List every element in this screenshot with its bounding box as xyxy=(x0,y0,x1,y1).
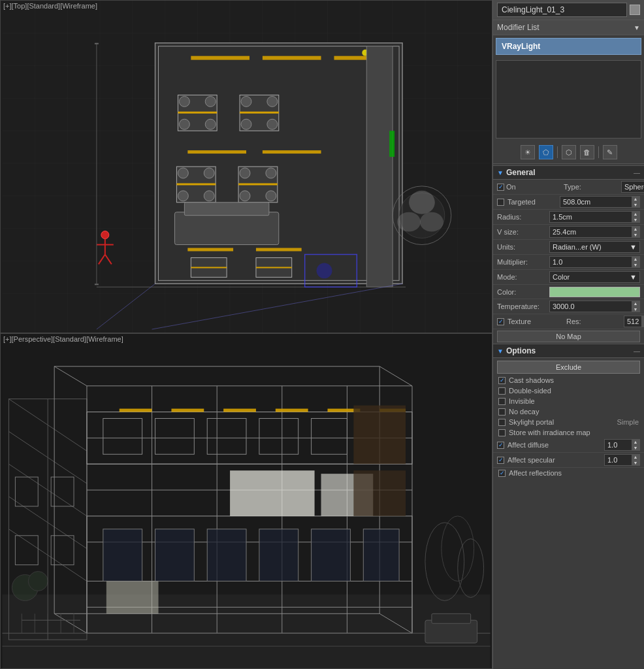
properties-panel: ▼ General — ✓ On Type: Sphere ▼ Targeted… xyxy=(493,164,644,669)
vsize-spinner[interactable]: 25.4cm ▲ ▼ xyxy=(549,226,640,238)
on-label: On xyxy=(506,183,558,191)
exclude-button[interactable]: Exclude xyxy=(497,361,640,374)
viewport-top[interactable]: [+][Top][Standard][Wireframe] xyxy=(0,0,492,333)
modifier-icon[interactable]: ⬠ xyxy=(539,145,553,159)
svg-rect-159 xyxy=(432,613,471,623)
options-section-arrow: ▼ xyxy=(497,348,504,355)
affect-diffuse-checkbox[interactable]: ✓ Affect diffuse xyxy=(497,441,604,449)
targeted-up[interactable]: ▲ xyxy=(632,196,639,202)
skylight-portal-checkbox-box[interactable] xyxy=(498,419,506,426)
type-dropdown[interactable]: Sphere ▼ xyxy=(621,181,644,193)
type-value: Sphere xyxy=(624,183,644,191)
cast-shadows-checkbox[interactable]: ✓ Cast shadows xyxy=(498,376,554,384)
object-color-swatch[interactable] xyxy=(630,5,640,15)
res-down[interactable]: ▼ xyxy=(641,321,644,327)
double-sided-checkbox-box[interactable] xyxy=(498,387,506,395)
affect-specular-spinner[interactable]: 1.0 ▲ ▼ xyxy=(604,454,640,466)
options-section-minimize[interactable]: — xyxy=(634,348,640,355)
viewport-bottom[interactable]: [+][Perspective][Standard][Wireframe] Po… xyxy=(0,333,492,669)
affect-diffuse-checkbox-box[interactable]: ✓ xyxy=(497,442,504,449)
invisible-checkbox[interactable]: Invisible xyxy=(498,397,535,405)
object-name-input[interactable] xyxy=(497,3,627,17)
vsize-spinner-btns[interactable]: ▲ ▼ xyxy=(632,226,639,238)
affect-specular-checkbox-box[interactable]: ✓ xyxy=(497,457,504,464)
no-decay-checkbox[interactable]: No decay xyxy=(498,408,539,416)
affect-diffuse-row: ✓ Affect diffuse 1.0 ▲ ▼ xyxy=(493,438,644,453)
affect-specular-checkbox[interactable]: ✓ Affect specular xyxy=(497,456,604,464)
invisible-checkbox-box[interactable] xyxy=(498,398,506,405)
vsize-down[interactable]: ▼ xyxy=(632,232,639,238)
modifier-display-area xyxy=(496,60,641,139)
svg-point-33 xyxy=(205,96,216,106)
targeted-spinner-btns[interactable]: ▲ ▼ xyxy=(632,196,639,208)
affect-diffuse-down[interactable]: ▼ xyxy=(632,445,639,451)
affect-diffuse-spinner-btns[interactable]: ▲ ▼ xyxy=(632,439,639,451)
mode-dropdown[interactable]: Color ▼ xyxy=(549,271,640,283)
viewport-top-label: [+][Top][Standard][Wireframe] xyxy=(3,2,97,10)
on-checkbox[interactable]: ✓ On xyxy=(497,183,558,191)
skylight-portal-row: Skylight portal Simple xyxy=(493,417,644,427)
units-dropdown[interactable]: Radian...er (W) ▼ xyxy=(549,241,640,253)
light-icon[interactable]: ☀ xyxy=(521,145,535,159)
radius-spinner-btns[interactable]: ▲ ▼ xyxy=(632,211,639,223)
affect-specular-up[interactable]: ▲ xyxy=(632,454,639,460)
affect-diffuse-spinner[interactable]: 1.0 ▲ ▼ xyxy=(604,439,640,451)
temperature-spinner-btns[interactable]: ▲ ▼ xyxy=(632,301,639,312)
svg-point-74 xyxy=(409,191,435,214)
affect-diffuse-up[interactable]: ▲ xyxy=(632,439,639,445)
color-swatch[interactable] xyxy=(549,287,640,297)
svg-point-53 xyxy=(266,168,276,178)
modifier-list-bar[interactable]: Modifier List ▼ xyxy=(493,20,644,35)
svg-point-164 xyxy=(28,572,48,591)
affect-specular-row: ✓ Affect specular 1.0 ▲ ▼ xyxy=(493,453,644,468)
affect-specular-down[interactable]: ▼ xyxy=(632,460,639,466)
affect-reflections-checkbox[interactable]: ✓ Affect reflections xyxy=(498,469,562,477)
options-section-header[interactable]: ▼ Options — xyxy=(493,344,644,358)
modifier-list-label: Modifier List xyxy=(497,23,539,32)
affect-reflections-checkbox-box[interactable]: ✓ xyxy=(498,470,506,477)
multiplier-spinner-btns[interactable]: ▲ ▼ xyxy=(632,256,639,268)
res-spinner[interactable]: 512 ▲ ▼ xyxy=(624,316,644,327)
temperature-up[interactable]: ▲ xyxy=(632,301,639,306)
radius-spinner[interactable]: 1.5cm ▲ ▼ xyxy=(549,211,640,223)
affect-specular-spinner-btns[interactable]: ▲ ▼ xyxy=(632,454,639,466)
general-section-minimize[interactable]: — xyxy=(634,169,640,176)
toolbar-icons: ☀ ⬠ ⬡ 🗑 ✎ xyxy=(493,141,644,164)
temperature-down[interactable]: ▼ xyxy=(632,306,639,312)
cast-shadows-checkbox-box[interactable]: ✓ xyxy=(498,377,506,384)
double-sided-checkbox[interactable]: Double-sided xyxy=(498,387,551,395)
temperature-spinner[interactable]: 3000.0 ▲ ▼ xyxy=(549,301,640,312)
no-decay-checkbox-box[interactable] xyxy=(498,408,506,416)
targeted-spinner[interactable]: 508.0cm ▲ ▼ xyxy=(560,196,640,208)
no-map-button[interactable]: No Map xyxy=(497,331,640,342)
svg-point-75 xyxy=(397,212,421,232)
svg-rect-65 xyxy=(366,46,393,287)
skylight-portal-checkbox[interactable]: Skylight portal xyxy=(498,418,554,426)
hierarchy-icon[interactable]: ⬡ xyxy=(562,145,576,159)
vraylight-modifier[interactable]: VRayLight xyxy=(496,38,641,55)
on-checkbox-box[interactable]: ✓ xyxy=(497,184,504,191)
multiplier-spinner[interactable]: 1.0 ▲ ▼ xyxy=(549,256,640,268)
targeted-down[interactable]: ▼ xyxy=(632,202,639,208)
targeted-checkbox[interactable]: Targeted xyxy=(497,198,560,206)
texture-checkbox[interactable]: ✓ Texture xyxy=(497,318,560,325)
type-label: Type: xyxy=(564,183,616,191)
targeted-checkbox-box[interactable] xyxy=(497,199,504,206)
radius-down[interactable]: ▼ xyxy=(632,217,639,223)
store-irradiance-checkbox[interactable]: Store with irradiance map xyxy=(498,429,590,436)
multiplier-up[interactable]: ▲ xyxy=(632,256,639,262)
texture-checkbox-box[interactable]: ✓ xyxy=(497,318,504,325)
svg-point-46 xyxy=(178,168,188,178)
vsize-up[interactable]: ▲ xyxy=(632,226,639,232)
general-section-header[interactable]: ▼ General — xyxy=(493,165,644,180)
targeted-label: Targeted xyxy=(507,198,560,206)
multiplier-down[interactable]: ▼ xyxy=(632,262,639,268)
units-value: Radian...er (W) xyxy=(553,243,602,251)
res-spinner-btns[interactable]: ▲ ▼ xyxy=(641,316,644,327)
svg-rect-130 xyxy=(223,409,256,412)
store-irradiance-checkbox-box[interactable] xyxy=(498,429,506,436)
delete-icon[interactable]: 🗑 xyxy=(580,145,594,159)
settings-icon[interactable]: ✎ xyxy=(603,145,617,159)
radius-up[interactable]: ▲ xyxy=(632,211,639,217)
res-up[interactable]: ▲ xyxy=(641,316,644,321)
